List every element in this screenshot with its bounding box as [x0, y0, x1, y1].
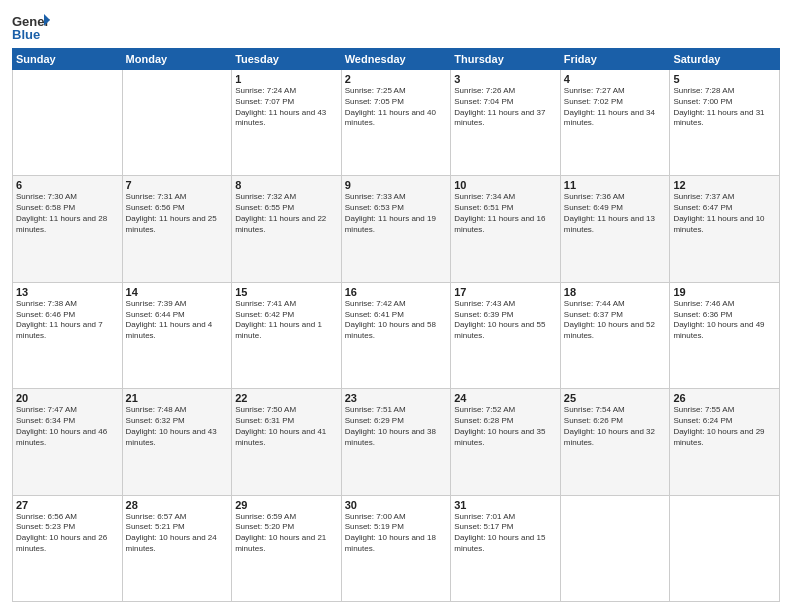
day-cell: 26Sunrise: 7:55 AMSunset: 6:24 PMDayligh… [670, 389, 780, 495]
day-cell: 1Sunrise: 7:24 AMSunset: 7:07 PMDaylight… [232, 70, 342, 176]
day-info: Sunrise: 7:24 AMSunset: 7:07 PMDaylight:… [235, 86, 338, 129]
day-info: Sunrise: 7:55 AMSunset: 6:24 PMDaylight:… [673, 405, 776, 448]
weekday-header-tuesday: Tuesday [232, 49, 342, 70]
day-cell: 20Sunrise: 7:47 AMSunset: 6:34 PMDayligh… [13, 389, 123, 495]
day-cell: 16Sunrise: 7:42 AMSunset: 6:41 PMDayligh… [341, 282, 451, 388]
day-cell: 17Sunrise: 7:43 AMSunset: 6:39 PMDayligh… [451, 282, 561, 388]
day-number: 14 [126, 286, 229, 298]
day-cell: 30Sunrise: 7:00 AMSunset: 5:19 PMDayligh… [341, 495, 451, 601]
day-info: Sunrise: 7:25 AMSunset: 7:05 PMDaylight:… [345, 86, 448, 129]
day-number: 27 [16, 499, 119, 511]
day-number: 26 [673, 392, 776, 404]
day-cell: 13Sunrise: 7:38 AMSunset: 6:46 PMDayligh… [13, 282, 123, 388]
day-cell: 11Sunrise: 7:36 AMSunset: 6:49 PMDayligh… [560, 176, 670, 282]
header: General Blue [12, 10, 780, 42]
day-info: Sunrise: 6:56 AMSunset: 5:23 PMDaylight:… [16, 512, 119, 555]
day-number: 4 [564, 73, 667, 85]
day-info: Sunrise: 7:30 AMSunset: 6:58 PMDaylight:… [16, 192, 119, 235]
day-number: 7 [126, 179, 229, 191]
day-cell [13, 70, 123, 176]
day-cell: 28Sunrise: 6:57 AMSunset: 5:21 PMDayligh… [122, 495, 232, 601]
day-cell: 24Sunrise: 7:52 AMSunset: 6:28 PMDayligh… [451, 389, 561, 495]
day-number: 6 [16, 179, 119, 191]
day-info: Sunrise: 7:51 AMSunset: 6:29 PMDaylight:… [345, 405, 448, 448]
day-info: Sunrise: 7:54 AMSunset: 6:26 PMDaylight:… [564, 405, 667, 448]
day-info: Sunrise: 7:28 AMSunset: 7:00 PMDaylight:… [673, 86, 776, 129]
page: General Blue SundayMondayTuesdayWednesda… [0, 0, 792, 612]
weekday-header-sunday: Sunday [13, 49, 123, 70]
day-info: Sunrise: 6:57 AMSunset: 5:21 PMDaylight:… [126, 512, 229, 555]
day-info: Sunrise: 7:00 AMSunset: 5:19 PMDaylight:… [345, 512, 448, 555]
day-cell: 18Sunrise: 7:44 AMSunset: 6:37 PMDayligh… [560, 282, 670, 388]
week-row-1: 1Sunrise: 7:24 AMSunset: 7:07 PMDaylight… [13, 70, 780, 176]
day-info: Sunrise: 7:52 AMSunset: 6:28 PMDaylight:… [454, 405, 557, 448]
day-info: Sunrise: 7:43 AMSunset: 6:39 PMDaylight:… [454, 299, 557, 342]
day-cell: 31Sunrise: 7:01 AMSunset: 5:17 PMDayligh… [451, 495, 561, 601]
calendar: SundayMondayTuesdayWednesdayThursdayFrid… [12, 48, 780, 602]
day-cell: 9Sunrise: 7:33 AMSunset: 6:53 PMDaylight… [341, 176, 451, 282]
day-number: 23 [345, 392, 448, 404]
day-number: 22 [235, 392, 338, 404]
weekday-header-row: SundayMondayTuesdayWednesdayThursdayFrid… [13, 49, 780, 70]
day-cell [122, 70, 232, 176]
day-cell: 8Sunrise: 7:32 AMSunset: 6:55 PMDaylight… [232, 176, 342, 282]
day-info: Sunrise: 7:39 AMSunset: 6:44 PMDaylight:… [126, 299, 229, 342]
day-number: 5 [673, 73, 776, 85]
weekday-header-friday: Friday [560, 49, 670, 70]
day-cell: 19Sunrise: 7:46 AMSunset: 6:36 PMDayligh… [670, 282, 780, 388]
day-cell: 4Sunrise: 7:27 AMSunset: 7:02 PMDaylight… [560, 70, 670, 176]
day-cell: 27Sunrise: 6:56 AMSunset: 5:23 PMDayligh… [13, 495, 123, 601]
day-cell: 21Sunrise: 7:48 AMSunset: 6:32 PMDayligh… [122, 389, 232, 495]
day-info: Sunrise: 7:34 AMSunset: 6:51 PMDaylight:… [454, 192, 557, 235]
day-cell: 23Sunrise: 7:51 AMSunset: 6:29 PMDayligh… [341, 389, 451, 495]
day-cell: 12Sunrise: 7:37 AMSunset: 6:47 PMDayligh… [670, 176, 780, 282]
day-number: 1 [235, 73, 338, 85]
day-cell: 10Sunrise: 7:34 AMSunset: 6:51 PMDayligh… [451, 176, 561, 282]
day-cell: 14Sunrise: 7:39 AMSunset: 6:44 PMDayligh… [122, 282, 232, 388]
weekday-header-saturday: Saturday [670, 49, 780, 70]
day-info: Sunrise: 7:27 AMSunset: 7:02 PMDaylight:… [564, 86, 667, 129]
day-cell [670, 495, 780, 601]
week-row-2: 6Sunrise: 7:30 AMSunset: 6:58 PMDaylight… [13, 176, 780, 282]
day-number: 9 [345, 179, 448, 191]
weekday-header-wednesday: Wednesday [341, 49, 451, 70]
day-number: 16 [345, 286, 448, 298]
day-number: 20 [16, 392, 119, 404]
day-cell: 7Sunrise: 7:31 AMSunset: 6:56 PMDaylight… [122, 176, 232, 282]
day-info: Sunrise: 7:47 AMSunset: 6:34 PMDaylight:… [16, 405, 119, 448]
day-info: Sunrise: 7:32 AMSunset: 6:55 PMDaylight:… [235, 192, 338, 235]
day-number: 25 [564, 392, 667, 404]
day-number: 18 [564, 286, 667, 298]
day-number: 10 [454, 179, 557, 191]
week-row-4: 20Sunrise: 7:47 AMSunset: 6:34 PMDayligh… [13, 389, 780, 495]
day-number: 15 [235, 286, 338, 298]
day-number: 2 [345, 73, 448, 85]
day-cell: 5Sunrise: 7:28 AMSunset: 7:00 PMDaylight… [670, 70, 780, 176]
day-cell: 6Sunrise: 7:30 AMSunset: 6:58 PMDaylight… [13, 176, 123, 282]
day-cell: 22Sunrise: 7:50 AMSunset: 6:31 PMDayligh… [232, 389, 342, 495]
day-number: 29 [235, 499, 338, 511]
day-info: Sunrise: 7:33 AMSunset: 6:53 PMDaylight:… [345, 192, 448, 235]
day-info: Sunrise: 6:59 AMSunset: 5:20 PMDaylight:… [235, 512, 338, 555]
day-info: Sunrise: 7:26 AMSunset: 7:04 PMDaylight:… [454, 86, 557, 129]
logo: General Blue [12, 10, 50, 42]
day-number: 30 [345, 499, 448, 511]
day-number: 19 [673, 286, 776, 298]
week-row-5: 27Sunrise: 6:56 AMSunset: 5:23 PMDayligh… [13, 495, 780, 601]
day-number: 17 [454, 286, 557, 298]
day-cell: 29Sunrise: 6:59 AMSunset: 5:20 PMDayligh… [232, 495, 342, 601]
week-row-3: 13Sunrise: 7:38 AMSunset: 6:46 PMDayligh… [13, 282, 780, 388]
day-cell: 2Sunrise: 7:25 AMSunset: 7:05 PMDaylight… [341, 70, 451, 176]
day-info: Sunrise: 7:46 AMSunset: 6:36 PMDaylight:… [673, 299, 776, 342]
day-cell: 25Sunrise: 7:54 AMSunset: 6:26 PMDayligh… [560, 389, 670, 495]
weekday-header-monday: Monday [122, 49, 232, 70]
day-number: 11 [564, 179, 667, 191]
day-number: 8 [235, 179, 338, 191]
svg-text:Blue: Blue [12, 27, 40, 42]
day-number: 13 [16, 286, 119, 298]
day-info: Sunrise: 7:37 AMSunset: 6:47 PMDaylight:… [673, 192, 776, 235]
weekday-header-thursday: Thursday [451, 49, 561, 70]
day-number: 12 [673, 179, 776, 191]
logo-icon: General Blue [12, 10, 50, 42]
day-info: Sunrise: 7:41 AMSunset: 6:42 PMDaylight:… [235, 299, 338, 342]
